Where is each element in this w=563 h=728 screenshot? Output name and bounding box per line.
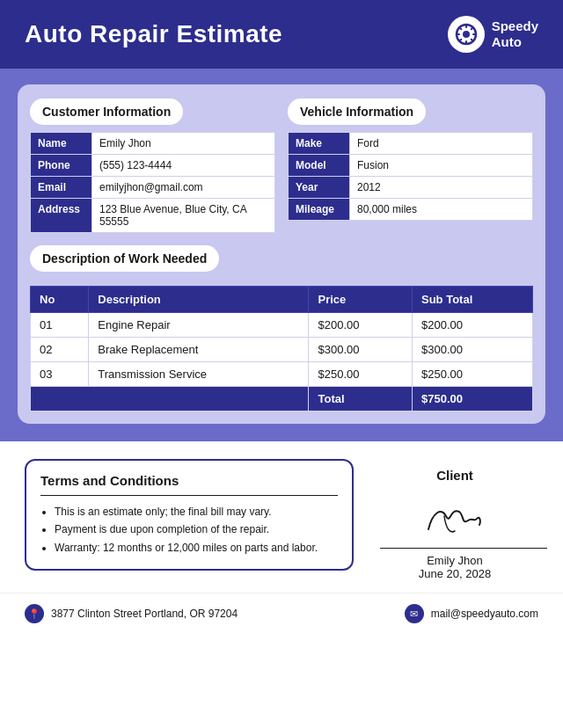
row-subtotal: $300.00 [413,338,533,362]
field-label: Mileage [289,199,350,221]
logo-icon [448,16,485,53]
column-header: Description [89,287,309,313]
table-row: 03 Transmission Service $250.00 $250.00 [31,362,533,387]
field-value: Ford [350,133,533,155]
field-value: (555) 123-4444 [92,155,275,177]
row-no: 01 [31,313,89,338]
vehicle-section-header: Vehicle Information [288,98,426,125]
row-subtotal: $250.00 [413,362,533,387]
terms-box: Terms and Conditions This is an estimate… [25,459,354,571]
email-icon: ✉ [405,604,424,623]
list-item: Payment is due upon completion of the re… [55,521,338,538]
table-row: 02 Brake Replacement $300.00 $300.00 [31,338,533,362]
vehicle-block: Vehicle Information MakeFordModelFusionY… [288,98,533,233]
table-row: MakeFord [289,133,533,155]
terms-title: Terms and Conditions [40,473,338,496]
total-value: $750.00 [413,387,533,411]
field-value: Emily Jhon [92,133,275,155]
bottom-section: Terms and Conditions This is an estimate… [0,441,563,593]
field-label: Address [31,199,92,233]
row-description: Engine Repair [89,313,309,338]
footer-address-item: 📍 3877 Clinton Street Portland, OR 97204 [25,604,238,623]
field-label: Email [31,177,92,199]
table-row: Year2012 [289,177,533,199]
footer: 📍 3877 Clinton Street Portland, OR 97204… [0,593,563,634]
row-price: $250.00 [309,362,413,387]
table-row: Mileage80,000 miles [289,199,533,221]
table-row: ModelFusion [289,155,533,177]
total-row: Total $750.00 [31,387,533,411]
table-row: Phone(555) 123-4444 [31,155,275,177]
signature-area [371,491,538,544]
total-empty [31,387,309,411]
header: Auto Repair Estimate Speedy Auto [0,0,563,69]
row-price: $300.00 [309,338,413,362]
list-item: Warranty: 12 months or 12,000 miles on p… [55,539,338,557]
table-row: Emailemilyjhon@gmail.com [31,177,275,199]
field-value: 123 Blue Avenue, Blue City, CA 55555 [92,199,275,233]
row-description: Brake Replacement [89,338,309,362]
customer-section-header: Customer Information [30,98,183,125]
signature-line [380,548,547,549]
signature-svg [402,494,508,542]
column-header: No [31,287,89,313]
client-name: Emily Jhon [371,554,538,567]
footer-address: 3877 Clinton Street Portland, OR 97204 [51,608,238,620]
table-row: 01 Engine Repair $200.00 $200.00 [31,313,533,338]
client-date: June 20, 2028 [371,567,538,580]
client-box: Client Emily Jhon June 20, 2028 [371,459,538,580]
page-title: Auto Repair Estimate [25,20,282,48]
field-label: Model [289,155,350,177]
field-value: 2012 [350,177,533,199]
customer-block: Customer Information NameEmily JhonPhone… [30,98,275,233]
gear-icon [454,22,479,47]
vehicle-table: MakeFordModelFusionYear2012Mileage80,000… [288,132,533,221]
table-row: NameEmily Jhon [31,133,275,155]
work-section: Description of Work Needed NoDescription… [30,245,533,411]
client-label: Client [371,468,538,483]
column-header: Sub Total [413,287,533,313]
row-price: $200.00 [309,313,413,338]
main-content: Customer Information NameEmily JhonPhone… [0,69,563,441]
customer-table: NameEmily JhonPhone(555) 123-4444Emailem… [30,132,275,233]
row-no: 02 [31,338,89,362]
field-label: Year [289,177,350,199]
field-value: Fusion [350,155,533,177]
field-label: Make [289,133,350,155]
footer-email: mail@speedyauto.com [431,608,538,620]
row-description: Transmission Service [89,362,309,387]
logo-area: Speedy Auto [448,16,538,53]
top-section: Customer Information NameEmily JhonPhone… [30,98,533,233]
svg-point-1 [463,31,470,38]
terms-list: This is an estimate only; the final bill… [40,503,338,557]
column-header: Price [309,287,413,313]
row-subtotal: $200.00 [413,313,533,338]
total-label: Total [309,387,413,411]
field-value: emilyjhon@gmail.com [92,177,275,199]
field-value: 80,000 miles [350,199,533,221]
work-section-header: Description of Work Needed [30,245,219,272]
location-icon: 📍 [25,604,44,623]
info-card: Customer Information NameEmily JhonPhone… [18,84,545,424]
field-label: Phone [31,155,92,177]
table-row: Address123 Blue Avenue, Blue City, CA 55… [31,199,275,233]
field-label: Name [31,133,92,155]
list-item: This is an estimate only; the final bill… [55,503,338,521]
work-table: NoDescriptionPriceSub Total 01 Engine Re… [30,286,533,411]
logo-text: Speedy Auto [492,18,538,50]
row-no: 03 [31,362,89,387]
footer-email-item: ✉ mail@speedyauto.com [405,604,538,623]
